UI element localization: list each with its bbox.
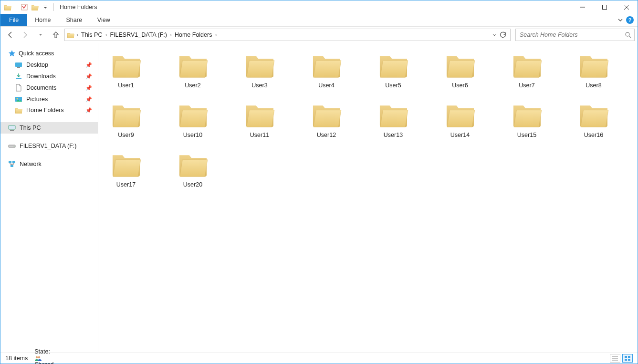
tab-share[interactable]: Share — [59, 14, 90, 26]
address-dropdown-icon[interactable] — [492, 32, 497, 37]
folder-item[interactable]: User8 — [572, 52, 616, 89]
folder-label: User8 — [586, 82, 601, 89]
svg-rect-19 — [10, 165, 13, 167]
sidebar-item-pictures[interactable]: Pictures 📌 — [0, 94, 98, 105]
sidebar-item-this-pc[interactable]: This PC — [0, 122, 98, 134]
tab-view[interactable]: View — [90, 14, 118, 26]
sidebar-item-desktop[interactable]: Desktop 📌 — [0, 59, 98, 71]
folder-icon — [15, 107, 22, 114]
svg-rect-10 — [16, 78, 21, 79]
folder-label: User11 — [250, 132, 269, 138]
title-bar: Home Folders — [0, 0, 638, 14]
chevron-right-icon[interactable]: › — [169, 31, 173, 38]
search-icon[interactable] — [625, 31, 631, 38]
folder-item[interactable]: User3 — [238, 52, 282, 89]
sidebar-item-label: Network — [20, 161, 42, 167]
view-large-icons-button[interactable] — [622, 354, 633, 363]
breadcrumb-drive[interactable]: FILESRV1_DATA (F:) — [109, 29, 167, 41]
svg-rect-8 — [15, 62, 22, 67]
folder-icon — [176, 101, 210, 129]
svg-point-20 — [36, 356, 38, 358]
folder-label: User20 — [183, 181, 202, 188]
sidebar-item-drive[interactable]: FILESRV1_DATA (F:) — [0, 140, 98, 152]
folder-item[interactable]: User11 — [238, 101, 282, 138]
chevron-right-icon[interactable]: › — [214, 31, 218, 38]
svg-rect-1 — [43, 6, 47, 6]
folder-item[interactable]: User7 — [505, 52, 549, 89]
svg-rect-17 — [9, 161, 11, 163]
minimize-button[interactable] — [572, 0, 594, 14]
sidebar-item-documents[interactable]: Documents 📌 — [0, 82, 98, 94]
folder-icon — [176, 151, 210, 178]
tab-home[interactable]: Home — [27, 14, 58, 26]
search-input[interactable] — [519, 31, 622, 39]
folder-item[interactable]: User14 — [438, 101, 482, 138]
folder-icon — [109, 101, 143, 129]
address-bar[interactable]: › This PC › FILESRV1_DATA (F:) › Home Fo… — [64, 29, 511, 41]
up-button[interactable] — [49, 29, 63, 41]
network-icon — [8, 160, 16, 168]
view-details-button[interactable] — [610, 354, 620, 363]
svg-rect-3 — [603, 5, 607, 10]
folder-icon — [176, 52, 210, 79]
svg-line-7 — [629, 36, 631, 38]
back-button[interactable] — [3, 29, 17, 41]
qat-new-folder-icon[interactable] — [31, 3, 39, 11]
close-button[interactable] — [616, 0, 638, 14]
chevron-right-icon[interactable]: › — [104, 31, 108, 38]
chevron-right-icon[interactable]: › — [75, 31, 79, 38]
folder-item[interactable]: User5 — [371, 52, 415, 89]
documents-icon — [15, 84, 22, 92]
sidebar-item-home-folders[interactable]: Home Folders 📌 — [0, 105, 98, 115]
folder-item[interactable]: User9 — [104, 101, 148, 138]
svg-rect-14 — [10, 130, 14, 131]
tab-file[interactable]: File — [0, 14, 27, 26]
status-state-value: Shared — [34, 361, 53, 364]
recent-locations-dropdown[interactable] — [34, 29, 47, 41]
refresh-icon[interactable] — [500, 31, 506, 38]
folder-item[interactable]: User17 — [104, 151, 148, 188]
ribbon-expand-chevron-icon[interactable] — [617, 17, 623, 23]
maximize-button[interactable] — [594, 0, 616, 14]
pictures-icon — [15, 95, 22, 103]
explorer-window: Home Folders File Home Share View ? — [0, 0, 638, 364]
sidebar-item-label: Documents — [26, 84, 56, 91]
folder-item[interactable]: User4 — [304, 52, 348, 89]
folder-label: User17 — [116, 181, 136, 188]
folder-icon — [242, 52, 277, 79]
pin-icon: 📌 — [85, 107, 92, 114]
folder-label: User3 — [251, 82, 267, 89]
folder-item[interactable]: User20 — [171, 151, 215, 188]
sidebar-item-downloads[interactable]: Downloads 📌 — [0, 71, 98, 82]
forward-button[interactable] — [19, 29, 32, 41]
folder-item[interactable]: User2 — [171, 52, 215, 89]
folder-icon — [576, 52, 611, 79]
qat-folder-icon — [3, 3, 12, 11]
breadcrumb-current[interactable]: Home Folders — [174, 29, 213, 41]
breadcrumb-this-pc[interactable]: This PC — [80, 29, 103, 41]
pin-icon: 📌 — [85, 96, 92, 103]
folder-label: User2 — [185, 82, 200, 89]
sidebar-label: Quick access — [19, 50, 54, 57]
folder-item[interactable]: User10 — [171, 101, 215, 138]
folder-item[interactable]: User16 — [572, 101, 616, 138]
folder-item[interactable]: User12 — [304, 101, 348, 138]
sidebar-quick-access[interactable]: Quick access — [0, 48, 98, 59]
sidebar-item-network[interactable]: Network — [0, 158, 98, 170]
status-item-count: 18 items — [5, 355, 28, 362]
folder-label: User15 — [517, 132, 536, 138]
desktop-icon — [15, 61, 22, 69]
qat-properties-icon[interactable] — [20, 3, 29, 11]
folder-item[interactable]: User15 — [505, 101, 549, 138]
folder-item[interactable]: User1 — [104, 52, 148, 89]
content-pane[interactable]: User1User2User3User4User5User6User7User8… — [98, 43, 638, 352]
help-icon[interactable]: ? — [626, 16, 634, 24]
qat-customize-dropdown[interactable] — [41, 3, 50, 11]
folder-item[interactable]: User13 — [371, 101, 415, 138]
folder-icon — [242, 101, 277, 129]
search-box[interactable] — [515, 29, 635, 41]
svg-point-21 — [38, 356, 40, 358]
sidebar-item-label: Downloads — [26, 73, 56, 80]
svg-point-6 — [626, 32, 629, 36]
folder-item[interactable]: User6 — [438, 52, 482, 89]
